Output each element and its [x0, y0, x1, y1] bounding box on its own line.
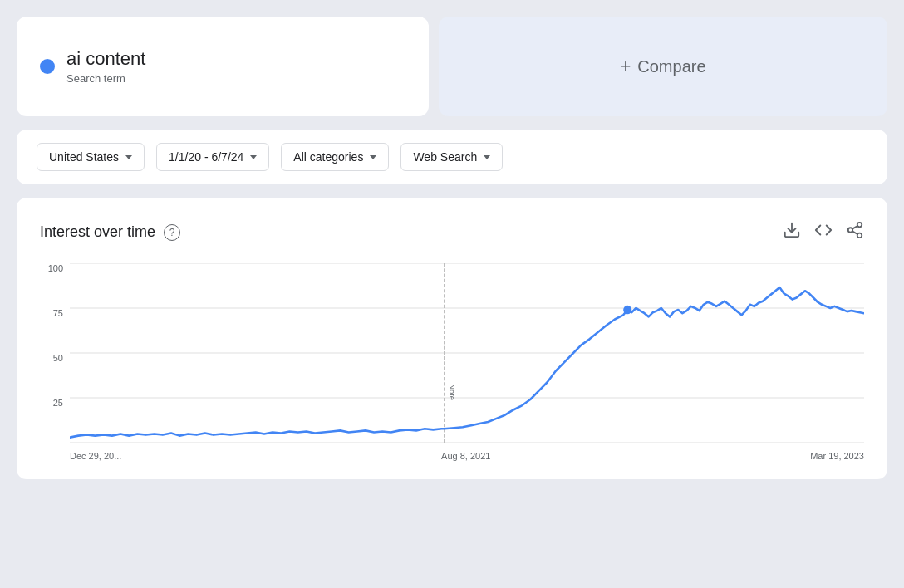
x-label-start: Dec 29, 20...	[70, 451, 121, 461]
date-chevron-icon	[250, 155, 257, 159]
chart-svg-container: Note Dec 29, 20... Aug 8, 2021 Mar 19, 2…	[70, 263, 864, 463]
region-chevron-icon	[125, 155, 132, 159]
svg-line-4	[852, 231, 857, 234]
svg-line-5	[852, 226, 857, 229]
download-icon[interactable]	[783, 221, 801, 243]
region-filter[interactable]: United States	[37, 143, 145, 171]
x-axis-labels: Dec 29, 20... Aug 8, 2021 Mar 19, 2023	[70, 448, 864, 461]
search-term-label: ai content	[66, 48, 145, 70]
y-label-50: 50	[40, 353, 63, 363]
region-filter-label: United States	[49, 150, 119, 164]
search-type-filter-label: Web Search	[413, 150, 477, 164]
share-icon[interactable]	[846, 221, 864, 243]
tooltip-dot	[623, 306, 631, 314]
search-type-chevron-icon	[484, 155, 490, 159]
y-label-75: 75	[40, 308, 63, 318]
search-term-text: ai content Search term	[66, 48, 145, 84]
filters-bar: United States 1/1/20 - 6/7/24 All catego…	[17, 130, 887, 184]
search-term-sublabel: Search term	[66, 72, 145, 85]
search-term-card: ai content Search term	[17, 17, 429, 116]
y-label-25: 25	[40, 398, 63, 408]
y-label-100: 100	[40, 263, 63, 273]
compare-card[interactable]: + Compare	[439, 17, 887, 116]
date-range-filter-label: 1/1/20 - 6/7/24	[169, 150, 243, 164]
embed-icon[interactable]	[814, 221, 833, 243]
chart-title-group: Interest over time ?	[40, 223, 180, 241]
svg-text:Note: Note	[448, 384, 456, 400]
y-axis-labels: 100 75 50 25	[40, 263, 70, 463]
x-label-mid: Aug 8, 2021	[441, 451, 490, 461]
search-type-filter[interactable]: Web Search	[400, 143, 503, 171]
category-filter[interactable]: All categories	[281, 143, 389, 171]
date-range-filter[interactable]: 1/1/20 - 6/7/24	[156, 143, 269, 171]
chart-svg: Note	[70, 263, 864, 444]
chart-header: Interest over time ?	[40, 221, 864, 243]
top-cards-section: ai content Search term + Compare	[17, 17, 887, 116]
chart-card: Interest over time ? 100 75 50 25	[17, 198, 887, 479]
x-label-end: Mar 19, 2023	[810, 451, 864, 461]
chart-actions	[783, 221, 864, 243]
help-icon[interactable]: ?	[164, 224, 180, 241]
compare-label: Compare	[637, 57, 705, 76]
compare-plus-icon: +	[620, 56, 631, 77]
chart-title: Interest over time	[40, 223, 155, 241]
category-chevron-icon	[370, 155, 376, 159]
category-filter-label: All categories	[293, 150, 363, 164]
search-term-dot	[40, 59, 55, 74]
